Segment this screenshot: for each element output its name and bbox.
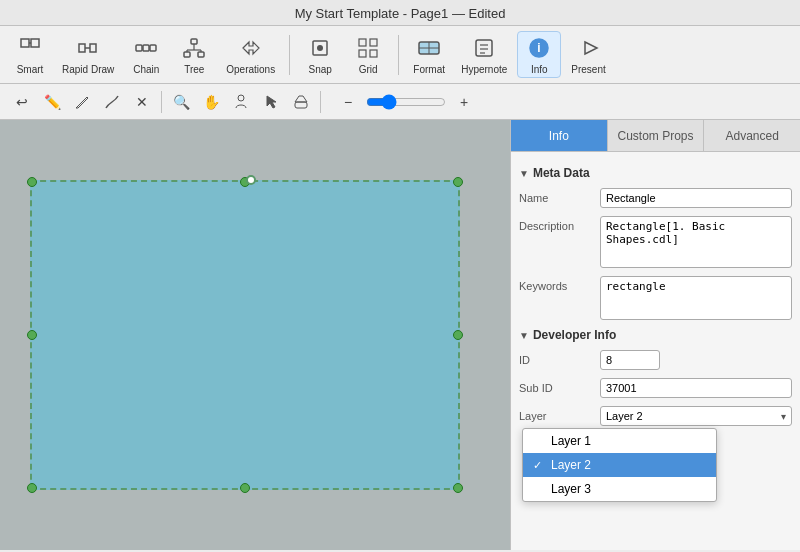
zoom-out-btn[interactable]: − (334, 88, 362, 116)
rotate-handle[interactable] (246, 175, 256, 185)
svg-rect-21 (370, 50, 377, 57)
svg-rect-11 (198, 52, 204, 57)
tool-search[interactable]: 🔍 (167, 88, 195, 116)
handle-bl[interactable] (27, 483, 37, 493)
tool-bucket[interactable] (287, 88, 315, 116)
id-input[interactable] (600, 350, 660, 370)
tool-sep-1 (161, 91, 162, 113)
description-input[interactable]: Rectangle[1. Basic Shapes.cdl] (600, 216, 792, 268)
window-title: My Start Template - Page1 — Edited (295, 6, 506, 21)
chain-icon (132, 34, 160, 62)
svg-rect-4 (90, 44, 96, 52)
toolbar-tree[interactable]: Tree (172, 32, 216, 77)
operations-label: Operations (226, 64, 275, 75)
smart-icon (16, 34, 44, 62)
toolbar-format[interactable]: Format (407, 32, 451, 77)
tree-icon (180, 34, 208, 62)
toolbar-grid[interactable]: Grid (346, 32, 390, 77)
layer-dropdown-value: Layer 2 (606, 410, 643, 422)
main-area: Info Custom Props Advanced ▼ Meta Data N… (0, 120, 800, 550)
tool-pencil[interactable]: ✏️ (38, 88, 66, 116)
present-icon (575, 34, 603, 62)
layer-option-2[interactable]: ✓ Layer 2 (523, 453, 716, 477)
developer-info-arrow: ▼ (519, 330, 529, 341)
right-panel: Info Custom Props Advanced ▼ Meta Data N… (510, 120, 800, 550)
zoom-controls: − + (334, 88, 478, 116)
tool-pointer[interactable] (257, 88, 285, 116)
present-label: Present (571, 64, 605, 75)
name-label: Name (519, 188, 594, 204)
description-label: Description (519, 216, 594, 232)
layer-dropdown[interactable]: Layer 2 ▾ (600, 406, 792, 426)
layer3-label: Layer 3 (551, 482, 591, 496)
titlebar: My Start Template - Page1 — Edited (0, 0, 800, 26)
layer-option-3[interactable]: Layer 3 (523, 477, 716, 501)
description-field-row: Description Rectangle[1. Basic Shapes.cd… (519, 216, 792, 268)
handle-ml[interactable] (27, 330, 37, 340)
layer-dropdown-container: Layer 2 ▾ Layer 1 ✓ Layer 2 (600, 406, 792, 426)
svg-rect-7 (143, 45, 149, 51)
name-field-row: Name (519, 188, 792, 208)
layer-option-1[interactable]: Layer 1 (523, 429, 716, 453)
handle-mr[interactable] (453, 330, 463, 340)
tab-info[interactable]: Info (511, 120, 608, 151)
toolbar-snap[interactable]: Snap (298, 32, 342, 77)
svg-rect-10 (184, 52, 190, 57)
snap-icon (306, 34, 334, 62)
handle-tl[interactable] (27, 177, 37, 187)
separator-1 (289, 35, 290, 75)
format-icon (415, 34, 443, 62)
dropdown-arrow-icon: ▾ (781, 411, 786, 422)
tool-hand[interactable]: ✋ (197, 88, 225, 116)
meta-data-title: Meta Data (533, 166, 590, 180)
toolbar-chain[interactable]: Chain (124, 32, 168, 77)
rapid-draw-label: Rapid Draw (62, 64, 114, 75)
id-field-row: ID (519, 350, 792, 370)
name-input[interactable] (600, 188, 792, 208)
tool-cross[interactable]: ✕ (128, 88, 156, 116)
tool-undo[interactable]: ↩ (8, 88, 36, 116)
panel-tabs: Info Custom Props Advanced (511, 120, 800, 152)
drawing-toolbar: ↩ ✏️ ✕ 🔍 ✋ − + (0, 84, 800, 120)
svg-rect-6 (136, 45, 142, 51)
handle-br[interactable] (453, 483, 463, 493)
info-toolbar-label: Info (531, 64, 548, 75)
zoom-slider[interactable] (366, 94, 446, 110)
subid-input[interactable] (600, 378, 792, 398)
main-toolbar: Smart Rapid Draw Chain (0, 26, 800, 84)
svg-point-32 (238, 95, 244, 101)
svg-rect-20 (359, 50, 366, 57)
tab-advanced[interactable]: Advanced (704, 120, 800, 151)
canvas-area[interactable] (0, 120, 510, 550)
zoom-in-btn[interactable]: + (450, 88, 478, 116)
hypernote-label: Hypernote (461, 64, 507, 75)
toolbar-smart[interactable]: Smart (8, 32, 52, 77)
grid-label: Grid (359, 64, 378, 75)
tool-connector[interactable] (98, 88, 126, 116)
hypernote-icon (470, 34, 498, 62)
toolbar-hypernote[interactable]: Hypernote (455, 32, 513, 77)
tool-person[interactable] (227, 88, 255, 116)
subid-field-row: Sub ID (519, 378, 792, 398)
svg-rect-33 (295, 102, 307, 108)
rectangle-shape[interactable] (30, 180, 460, 490)
id-label: ID (519, 350, 594, 366)
svg-rect-1 (31, 39, 39, 47)
keywords-input[interactable]: rectangle (600, 276, 792, 320)
layer2-label: Layer 2 (551, 458, 591, 472)
toolbar-present[interactable]: Present (565, 32, 611, 77)
svg-rect-0 (21, 39, 29, 47)
separator-2 (398, 35, 399, 75)
handle-bm[interactable] (240, 483, 250, 493)
keywords-label: Keywords (519, 276, 594, 292)
toolbar-operations[interactable]: Operations (220, 32, 281, 77)
subid-label: Sub ID (519, 378, 594, 394)
panel-content: ▼ Meta Data Name Description Rectangle[1… (511, 152, 800, 550)
toolbar-rapid-draw[interactable]: Rapid Draw (56, 32, 120, 77)
snap-label: Snap (308, 64, 331, 75)
tool-pen[interactable] (68, 88, 96, 116)
tab-custom-props[interactable]: Custom Props (608, 120, 705, 151)
handle-tr[interactable] (453, 177, 463, 187)
operations-icon (237, 34, 265, 62)
toolbar-info[interactable]: i Info (517, 31, 561, 78)
